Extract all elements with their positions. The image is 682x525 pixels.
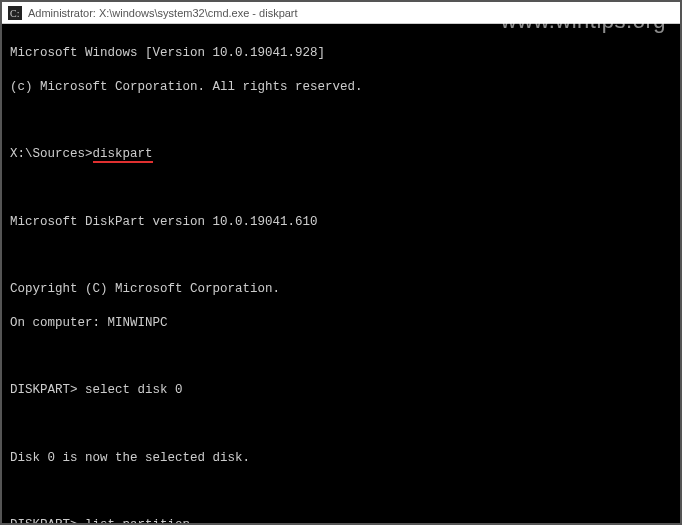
output-line — [10, 416, 672, 433]
prompt-line: DISKPART> select disk 0 — [10, 382, 672, 399]
prompt-line: DISKPART> list partition — [10, 517, 672, 525]
output-line: Disk 0 is now the selected disk. — [10, 450, 672, 467]
prompt-prefix: DISKPART> — [10, 518, 85, 525]
command-diskpart: diskpart — [93, 147, 153, 163]
output-line: Copyright (C) Microsoft Corporation. — [10, 281, 672, 298]
terminal-output[interactable]: Microsoft Windows [Version 10.0.19041.92… — [2, 24, 680, 525]
cmd-icon: C: — [8, 6, 22, 20]
output-line: Microsoft Windows [Version 10.0.19041.92… — [10, 45, 672, 62]
prompt-prefix: DISKPART> — [10, 383, 85, 397]
window-titlebar[interactable]: C: Administrator: X:\windows\system32\cm… — [2, 2, 680, 24]
command-select-disk: select disk 0 — [85, 383, 183, 397]
prompt-line: X:\Sources>diskpart — [10, 146, 672, 163]
command-list-partition: list partition — [85, 518, 190, 525]
output-line: On computer: MINWINPC — [10, 315, 672, 332]
output-line — [10, 349, 672, 366]
output-line — [10, 112, 672, 129]
output-line — [10, 484, 672, 501]
prompt-prefix: X:\Sources> — [10, 147, 93, 161]
svg-text:C:: C: — [10, 8, 19, 19]
output-line — [10, 180, 672, 197]
output-line — [10, 247, 672, 264]
output-line: (c) Microsoft Corporation. All rights re… — [10, 79, 672, 96]
output-line: Microsoft DiskPart version 10.0.19041.61… — [10, 214, 672, 231]
window-title: Administrator: X:\windows\system32\cmd.e… — [28, 7, 298, 19]
